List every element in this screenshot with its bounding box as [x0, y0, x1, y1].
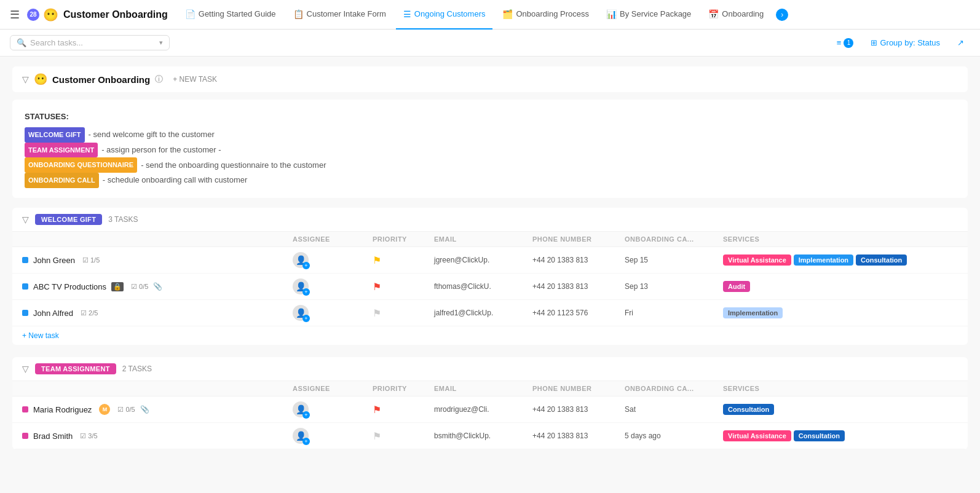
- tab-icon-getting-started: 📄: [185, 9, 196, 19]
- priority-cell: ⚑: [373, 254, 434, 266]
- tab-onboarding-process[interactable]: 🗂️ Onboarding Process: [495, 0, 596, 30]
- assignee-cell: 👤 +: [293, 278, 373, 294]
- task-check: ☑ 2/5: [81, 309, 98, 317]
- group-icon: ⊞: [871, 38, 877, 47]
- table-row: ABC TV Productions 🔒 ☑ 0/5 📎 👤 + ⚑ fthom…: [12, 274, 968, 300]
- table-row: Brad Smith ☑ 3/5 👤 + ⚑ bsmith@ClickUp. +…: [12, 423, 968, 449]
- group-welcome-gift: ▽ WELCOME GIFT 3 TASKS ASSIGNEE PRIORITY…: [12, 208, 968, 345]
- top-nav: ☰ 28 😶 Customer Onboarding 📄 Getting Sta…: [0, 0, 980, 30]
- assignee-cell: 👤 +: [293, 401, 373, 417]
- group-team-collapse[interactable]: ▽: [22, 364, 29, 374]
- tab-icon-ongoing-customers: ☰: [403, 9, 411, 19]
- status-line-onboarding-c: ONBOARDING CALL - schedule onboarding ca…: [25, 173, 955, 188]
- assignee-avatar[interactable]: 👤 +: [293, 305, 309, 321]
- badge-consultation: Consultation: [794, 430, 845, 441]
- assignee-cell: 👤 +: [293, 428, 373, 444]
- tab-by-service-package[interactable]: 📊 By Service Package: [599, 0, 698, 30]
- task-name-cell: John Alfred ☑ 2/5: [22, 309, 293, 318]
- share-icon: ↗: [957, 38, 964, 47]
- tab-label-intake-form: Customer Intake Form: [307, 9, 386, 18]
- task-color-dot: [22, 283, 28, 290]
- group-team-assignment-header: ▽ TEAM ASSIGNMENT 2 TASKS: [12, 357, 968, 381]
- services-cell: Consultation: [723, 404, 958, 415]
- search-chevron-icon: ▾: [159, 39, 163, 47]
- status-desc-onboarding-c: - schedule onboarding call with customer: [103, 173, 248, 188]
- badge-virtual-assistance: Virtual Assistance: [723, 254, 791, 266]
- filter-count-badge: 1: [844, 38, 853, 48]
- assignee-add-icon[interactable]: +: [302, 411, 310, 419]
- notification-badge[interactable]: 28: [27, 9, 39, 21]
- onboarding-cell: 5 days ago: [625, 432, 723, 440]
- statuses-block: STATUSES: WELCOME GIFT - send welcome gi…: [12, 100, 968, 198]
- assignee-cell: 👤 +: [293, 305, 373, 321]
- project-info-button[interactable]: ⓘ: [155, 74, 163, 85]
- statuses-title: STATUSES:: [25, 109, 955, 125]
- status-line-welcome: WELCOME GIFT - send welcome gift to the …: [25, 127, 955, 143]
- services-cell: Implementation: [723, 307, 958, 318]
- assignee-add-icon[interactable]: +: [302, 288, 310, 296]
- task-name[interactable]: John Green: [33, 256, 75, 265]
- services-cell: Virtual Assistance Consultation: [723, 430, 958, 441]
- group-welcome-collapse[interactable]: ▽: [22, 215, 29, 224]
- services-cell: Audit: [723, 281, 958, 292]
- tab-label-getting-started: Getting Started Guide: [199, 9, 276, 18]
- filter-icon: ≡: [837, 38, 842, 47]
- task-name[interactable]: ABC TV Productions: [33, 282, 106, 291]
- email-cell: jgreen@ClickUp.: [434, 256, 532, 264]
- priority-flag-yellow: ⚑: [373, 254, 381, 266]
- filter-button[interactable]: ≡ 1: [831, 36, 860, 50]
- group-team-tasks-count: 2 TASKS: [122, 365, 152, 373]
- status-desc-welcome-gift: - send welcome gift to the customer: [89, 127, 215, 143]
- project-collapse-button[interactable]: ▽: [22, 74, 29, 84]
- status-line-onboarding-q: ONBOARDING QUESTIONNAIRE - send the onbo…: [25, 157, 955, 173]
- group-welcome-gift-header: ▽ WELCOME GIFT 3 TASKS: [12, 208, 968, 232]
- group-team-assignment: ▽ TEAM ASSIGNMENT 2 TASKS ASSIGNEE PRIOR…: [12, 357, 968, 449]
- assignee-avatar[interactable]: 👤 +: [293, 401, 309, 417]
- group-label-welcome-gift: WELCOME GIFT: [35, 214, 102, 225]
- new-task-button[interactable]: + NEW TASK: [168, 74, 222, 85]
- task-clip-icon: 📎: [140, 405, 149, 414]
- phone-cell: +44 20 1123 576: [532, 309, 625, 317]
- assignee-avatar[interactable]: 👤 +: [293, 252, 309, 268]
- project-header: ▽ 😶 Customer Onboarding ⓘ + NEW TASK: [12, 66, 968, 92]
- task-check: ☑ 3/5: [80, 432, 97, 440]
- table-header-welcome: ASSIGNEE PRIORITY EMAIL PHONE NUMBER ONB…: [12, 232, 968, 247]
- task-name[interactable]: Maria Rodriguez: [33, 405, 92, 414]
- phone-cell: +44 20 1383 813: [532, 432, 625, 440]
- tab-onboarding[interactable]: 📅 Onboarding: [701, 0, 771, 30]
- assignee-add-icon[interactable]: +: [302, 262, 310, 269]
- task-name[interactable]: John Alfred: [33, 309, 73, 318]
- tab-intake-form[interactable]: 📋 Customer Intake Form: [286, 0, 393, 30]
- badge-implementation: Implementation: [794, 254, 853, 266]
- group-by-label: Group by: Status: [880, 38, 940, 47]
- tab-icon-onboarding-process: 🗂️: [502, 9, 513, 19]
- search-box[interactable]: 🔍 Search tasks... ▾: [10, 35, 170, 50]
- group-by-button[interactable]: ⊞ Group by: Status: [864, 36, 946, 50]
- status-desc-team-assignment: - assign person for the customer -: [101, 143, 221, 158]
- priority-flag-red: ⚑: [373, 281, 381, 293]
- table-row: Maria Rodriguez M ☑ 0/5 📎 👤 + ⚑ mrodrigu…: [12, 396, 968, 423]
- assignee-avatar[interactable]: 👤 +: [293, 278, 309, 294]
- nav-more-button[interactable]: ›: [776, 9, 788, 21]
- search-placeholder: Search tasks...: [30, 38, 156, 47]
- project-emoji: 😶: [34, 73, 47, 86]
- extra-options-button[interactable]: ↗: [951, 36, 970, 50]
- new-task-row-welcome[interactable]: + New task: [12, 326, 968, 345]
- task-name-cell: ABC TV Productions 🔒 ☑ 0/5 📎: [22, 282, 293, 291]
- phone-cell: +44 20 1383 813: [532, 405, 625, 414]
- tab-getting-started[interactable]: 📄 Getting Started Guide: [178, 0, 283, 30]
- assignee-avatar[interactable]: 👤 +: [293, 428, 309, 444]
- task-name[interactable]: Brad Smith: [33, 432, 73, 441]
- email-cell: jalfred1@ClickUp.: [434, 309, 532, 317]
- task-color-dot: [22, 433, 28, 439]
- assignee-add-icon[interactable]: +: [302, 315, 310, 322]
- status-line-team: TEAM ASSIGNMENT - assign person for the …: [25, 143, 955, 158]
- status-badge-onboarding-c: ONBOARDING CALL: [25, 173, 99, 188]
- hamburger-menu[interactable]: ☰: [5, 6, 25, 24]
- priority-cell: ⚑: [373, 307, 434, 319]
- tab-ongoing-customers[interactable]: ☰ Ongoing Customers: [396, 0, 493, 30]
- task-color-dot: [22, 257, 28, 263]
- task-check: ☑ 1/5: [82, 256, 100, 264]
- assignee-add-icon[interactable]: +: [302, 438, 310, 445]
- badge-virtual-assistance: Virtual Assistance: [723, 430, 791, 441]
